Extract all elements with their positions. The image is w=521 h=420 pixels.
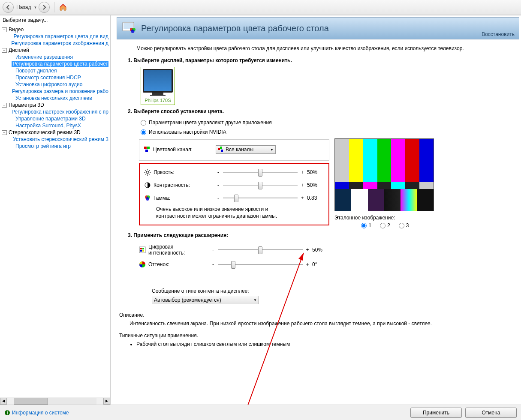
monitor-icon [143, 69, 173, 93]
content-type-label: Сообщение о типе контента на дисплее: [152, 288, 268, 296]
back-button[interactable] [3, 2, 14, 13]
svg-rect-27 [142, 248, 144, 249]
gamma-label: Гамма: [154, 195, 214, 201]
tree-collapse-icon[interactable]: − [2, 103, 7, 108]
forward-button[interactable] [39, 2, 50, 13]
tree-item-selected[interactable]: Регулировка параметров цвета рабочег [12, 61, 108, 67]
step3-heading: 3. Применить следующие расширения: [128, 228, 329, 242]
typical-bullet: Рабочий стол выглядит слишком светлым ил… [136, 341, 512, 347]
brightness-value: 50% [307, 169, 324, 175]
svg-rect-8 [145, 150, 148, 152]
svg-line-18 [149, 174, 150, 175]
radio-other-apps[interactable] [141, 120, 146, 126]
tree-item[interactable]: Регулировка настроек изображения с пр [12, 109, 108, 115]
highlighted-sliders: Яркость: - + 50% Контрастность: - [139, 163, 329, 225]
tree-item[interactable]: Настройка Surround, PhysX [15, 123, 81, 129]
tree-item[interactable]: Регулировка параметров изображения д [11, 40, 108, 46]
minus-label: - [211, 247, 215, 253]
minus-label: - [216, 169, 220, 175]
gamma-icon [144, 195, 151, 201]
info-icon: i [4, 410, 10, 416]
tree-item[interactable]: Просмотр состояния HDCP [15, 75, 81, 81]
hue-value: 0° [312, 261, 329, 267]
gamma-hint: Очень высокое или низкое значение яркост… [144, 204, 298, 221]
contrast-value: 50% [307, 182, 324, 188]
sidebar: Выберите задачу... −Видео Регулировка па… [0, 15, 111, 405]
svg-line-17 [145, 170, 146, 171]
svg-point-24 [146, 197, 149, 201]
tree-item[interactable]: Просмотр рейтинга игр [15, 143, 71, 149]
tree-collapse-icon[interactable]: − [2, 130, 7, 135]
typical-heading: Типичные ситуации применения. [119, 333, 512, 341]
monitor-color-icon [122, 22, 137, 35]
back-dropdown-caret[interactable]: ▼ [33, 6, 37, 9]
plus-label: + [300, 195, 304, 201]
brightness-slider[interactable] [223, 168, 298, 177]
home-icon[interactable] [59, 3, 67, 12]
monitor-label: Philips 170S [143, 96, 173, 103]
ref-radio-2[interactable] [380, 223, 385, 228]
scroll-left-icon[interactable]: ◀ [0, 398, 7, 405]
tree-group-stereo[interactable]: Стереоскопический режим 3D [9, 129, 81, 135]
tree-item[interactable]: Установка нескольких дисплеев [15, 95, 92, 101]
content-type-dropdown[interactable]: Автовыбор (рекомендуется) ▼ [152, 296, 259, 304]
intro-text: Можно регулировать настройки цвета рабоч… [111, 39, 521, 54]
radio-nvidia[interactable] [141, 129, 146, 135]
tree-item[interactable]: Регулировка размера и положения рабо [12, 88, 108, 94]
brightness-label: Яркость: [154, 169, 214, 175]
channel-dropdown[interactable]: Все каналы ▼ [216, 145, 276, 154]
ref-radio-1[interactable] [361, 223, 367, 228]
tree-collapse-icon[interactable]: − [2, 27, 7, 32]
hue-label: Оттенок: [148, 261, 208, 267]
tree-item[interactable]: Установить стереоскопический режим 3 [13, 136, 108, 142]
radio-nvidia-label: Использовать настройки NVIDIA [149, 129, 226, 135]
tree-item[interactable]: Управление параметрами 3D [15, 116, 86, 122]
gamma-value: 0.83 [307, 195, 324, 201]
plus-label: + [300, 182, 304, 188]
tree-item[interactable]: Регулировка параметров цвета для вид [14, 33, 108, 39]
apply-button[interactable]: Применить [410, 408, 462, 418]
ref-radio-3[interactable] [399, 223, 404, 228]
plus-label: + [305, 247, 310, 253]
system-info-link[interactable]: i Информация о системе [4, 410, 69, 416]
hue-icon [139, 261, 146, 268]
cancel-button[interactable]: Отмена [465, 408, 517, 418]
contrast-slider[interactable] [223, 181, 298, 189]
arrow-right-icon [42, 5, 47, 10]
toolbar: Назад ▼ [0, 0, 521, 15]
tree-item[interactable]: Изменение разрешения [15, 54, 73, 60]
svg-point-5 [131, 30, 135, 33]
channel-label: Цветовой канал: [153, 147, 213, 153]
step2-heading: 2. Выберите способ установки цвета. [128, 108, 504, 118]
minus-label: - [211, 261, 215, 267]
scroll-right-icon[interactable]: ▶ [103, 398, 110, 405]
tree-group-3d[interactable]: Параметры 3D [9, 102, 44, 108]
tree-group-video[interactable]: Видео [9, 27, 24, 33]
sidebar-hscrollbar[interactable]: ◀ ▶ [0, 397, 110, 405]
svg-rect-29 [142, 250, 144, 252]
tree-group-display[interactable]: Дисплей [9, 47, 29, 53]
footer: i Информация о системе Применить Отмена [0, 405, 521, 420]
hue-slider[interactable] [218, 260, 303, 269]
description-body: Интенсивность свечения экрана. При низко… [119, 321, 488, 333]
sidebar-heading: Выберите задачу... [0, 15, 110, 25]
monitor-tile[interactable]: Philips 170S [141, 67, 175, 105]
chevron-down-icon: ▼ [253, 298, 257, 302]
vibrance-label: Цифровая интенсивность: [148, 244, 208, 256]
svg-rect-28 [140, 250, 142, 252]
content: Регулировка параметров цвета рабочего ст… [111, 15, 521, 405]
content-type-value: Автовыбор (рекомендуется) [154, 297, 252, 303]
tree-collapse-icon[interactable]: − [2, 48, 7, 53]
vibrance-slider[interactable] [218, 246, 303, 254]
chevron-down-icon: ▼ [270, 148, 274, 152]
reference-image [334, 138, 434, 211]
gamma-slider[interactable] [223, 194, 298, 202]
svg-rect-10 [220, 147, 222, 149]
svg-point-12 [146, 171, 149, 174]
tree-item[interactable]: Установка цифрового аудио [15, 81, 82, 87]
svg-rect-11 [221, 150, 223, 152]
restore-link[interactable]: Восстановить [482, 31, 515, 37]
scroll-thumb[interactable] [14, 398, 48, 405]
svg-line-19 [149, 170, 150, 171]
tree-item[interactable]: Поворот дисплея [15, 68, 57, 74]
